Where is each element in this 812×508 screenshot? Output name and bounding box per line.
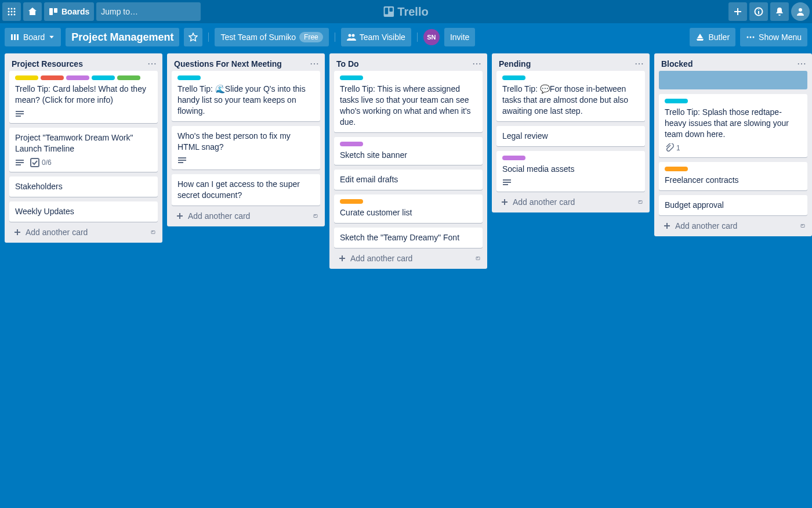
card[interactable]: Trello Tip: Splash those redtape-heavy i…: [659, 94, 807, 157]
svg-point-4: [11, 11, 13, 13]
card-label[interactable]: [15, 75, 38, 80]
list-menu-button[interactable]: ⋯: [797, 59, 806, 69]
card-text: Trello Tip: Splash those redtape-heavy i…: [665, 107, 802, 140]
invite-button[interactable]: Invite: [444, 28, 475, 46]
list-title[interactable]: Blocked: [661, 59, 693, 69]
board-view-switcher[interactable]: Board: [5, 28, 61, 46]
search-box[interactable]: [96, 2, 201, 21]
card-template-button[interactable]: [311, 211, 320, 221]
card[interactable]: Trello Tip: Card labels! What do they me…: [9, 71, 158, 123]
plus-icon: [338, 254, 347, 263]
card-label[interactable]: [502, 156, 525, 160]
card-label[interactable]: [92, 75, 115, 80]
card[interactable]: Stakeholders: [9, 176, 158, 197]
card-template-button[interactable]: [636, 197, 645, 207]
star-button[interactable]: [184, 28, 202, 46]
list-menu-button[interactable]: ⋯: [635, 59, 644, 69]
show-menu-button[interactable]: Show Menu: [740, 28, 807, 46]
card-label[interactable]: [117, 75, 140, 80]
card-label[interactable]: [177, 75, 201, 80]
trello-logo[interactable]: Trello: [383, 5, 428, 19]
card-label[interactable]: [340, 75, 363, 80]
add-card-button[interactable]: Add another card: [334, 251, 473, 265]
card-template-button[interactable]: [148, 228, 158, 237]
notifications-button[interactable]: [770, 2, 789, 21]
card-text: Sketch the "Teamy Dreamy" Font: [340, 232, 477, 243]
card[interactable]: Curate customer list: [334, 194, 483, 223]
board-view-label: Board: [23, 33, 45, 42]
apps-button[interactable]: [2, 2, 21, 21]
svg-rect-51: [477, 258, 478, 258]
card-label[interactable]: [502, 75, 525, 80]
card-badges: [177, 156, 314, 165]
home-icon: [28, 7, 37, 16]
card[interactable]: Project "Teamwork Dream Work" Launch Tim…: [9, 128, 158, 172]
butler-button[interactable]: Butler: [690, 28, 735, 46]
board-name[interactable]: Project Management: [66, 28, 179, 46]
card-labels: [15, 75, 152, 80]
home-button[interactable]: [23, 2, 42, 21]
card[interactable]: Who's the best person to fix my HTML sna…: [172, 126, 320, 170]
card-label[interactable]: [41, 75, 64, 80]
menu-dots-icon: [746, 33, 755, 42]
card[interactable]: How can I get access to the super secret…: [172, 174, 320, 206]
card[interactable]: Sketch site banner: [334, 137, 483, 165]
svg-rect-22: [11, 34, 13, 40]
add-card-button[interactable]: Add another card: [659, 219, 798, 233]
card[interactable]: Weekly Updates: [9, 201, 158, 222]
card-label[interactable]: [665, 99, 688, 103]
member-avatar[interactable]: SN: [423, 29, 440, 45]
card[interactable]: Freelancer contracts: [659, 162, 807, 190]
user-avatar[interactable]: [791, 2, 810, 21]
card-labels: [665, 167, 802, 171]
card-label[interactable]: [66, 75, 89, 80]
card-template-button[interactable]: [798, 221, 807, 230]
svg-rect-23: [14, 34, 16, 40]
butler-label: Butler: [708, 33, 730, 42]
svg-rect-61: [801, 224, 804, 227]
team-button[interactable]: Test Team of Sumiko Free: [215, 28, 328, 46]
list-menu-button[interactable]: ⋯: [147, 59, 157, 69]
cards-container: Trello Tip: 🌊Slide your Q's into this ha…: [167, 71, 325, 206]
list-title[interactable]: Questions For Next Meeting: [174, 59, 282, 69]
list-menu-button[interactable]: ⋯: [472, 59, 481, 69]
add-card-button[interactable]: Add another card: [172, 209, 311, 223]
card-label[interactable]: [340, 142, 363, 146]
add-card-row: Add another card: [5, 222, 162, 240]
list-menu-button[interactable]: ⋯: [310, 59, 319, 69]
add-card-row: Add another card: [167, 206, 325, 224]
card[interactable]: Trello Tip: 💬For those in-between tasks …: [496, 71, 645, 121]
plus-icon: [500, 197, 509, 207]
svg-point-1: [11, 8, 13, 10]
card[interactable]: Sketch the "Teamy Dreamy" Font: [334, 228, 483, 248]
card-label[interactable]: [665, 167, 688, 171]
card[interactable]: Budget approval: [659, 195, 807, 215]
chevron-down-icon: [48, 34, 55, 41]
card[interactable]: Social media assets: [496, 151, 645, 192]
list-title[interactable]: Pending: [499, 59, 531, 69]
card-text: Legal review: [502, 131, 639, 142]
divider: [417, 33, 418, 42]
description-icon: [177, 156, 187, 165]
list-header: Blocked⋯: [654, 53, 812, 71]
card[interactable]: Legal review: [496, 126, 645, 146]
card[interactable]: Edit email drafts: [334, 170, 483, 190]
card-label[interactable]: [340, 199, 363, 204]
star-icon: [188, 33, 198, 42]
search-input[interactable]: [101, 7, 202, 16]
svg-point-21: [799, 8, 802, 12]
card[interactable]: Trello Tip: This is where assigned tasks…: [334, 71, 483, 132]
create-button[interactable]: [728, 2, 747, 21]
boards-button[interactable]: Boards: [44, 2, 94, 21]
card-template-button[interactable]: [473, 254, 483, 263]
visibility-button[interactable]: Team Visible: [341, 28, 411, 46]
board-canvas: Project Resources⋯Trello Tip: Card label…: [0, 51, 812, 508]
list-title[interactable]: Project Resources: [12, 59, 83, 69]
board-bar-right: Butler Show Menu: [690, 28, 807, 46]
add-card-button[interactable]: Add another card: [496, 195, 636, 209]
info-button[interactable]: [749, 2, 768, 21]
card-text: Who's the best person to fix my HTML sna…: [177, 131, 314, 153]
card[interactable]: Trello Tip: 🌊Slide your Q's into this ha…: [172, 71, 320, 121]
list-title[interactable]: To Do: [336, 59, 359, 69]
add-card-button[interactable]: Add another card: [9, 225, 148, 239]
